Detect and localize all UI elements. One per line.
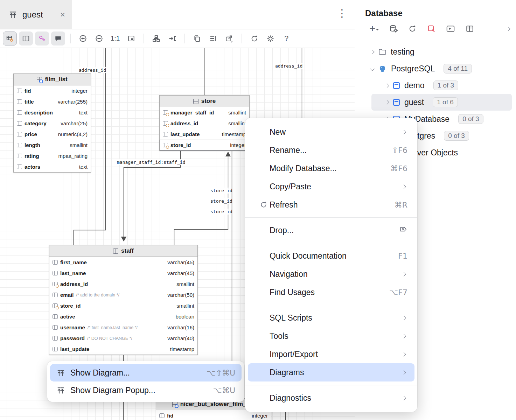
- data-source-properties-icon: [389, 24, 398, 33]
- database-panel-toolbar: +: [355, 22, 516, 36]
- menu-separator: [245, 243, 417, 243]
- table-film-list[interactable]: film_list fidinteger titlevarchar(255) d…: [13, 74, 91, 173]
- settings-button[interactable]: [263, 31, 277, 46]
- refresh-button[interactable]: [408, 24, 417, 33]
- column-row[interactable]: last_updatetimestamp: [160, 129, 249, 140]
- table-store[interactable]: store manager_staff_idsmallint address_i…: [159, 95, 250, 151]
- submenu-chevron-icon: [402, 184, 406, 189]
- column-icon: [53, 314, 58, 319]
- menu-item-label: New: [270, 127, 286, 137]
- refresh-diagram-button[interactable]: [247, 31, 261, 46]
- menu-item-diagrams[interactable]: Diagrams: [248, 363, 414, 382]
- menu-item-shortcut: F1: [398, 252, 407, 260]
- scroll-to-selection-button[interactable]: [165, 31, 179, 46]
- show-comments-toggle[interactable]: [51, 31, 65, 46]
- menu-item-rename[interactable]: Rename...⇧F6: [245, 141, 417, 159]
- menu-item-drop[interactable]: Drop...: [245, 221, 417, 239]
- table-title: staff: [121, 247, 134, 254]
- help-button[interactable]: ?: [279, 31, 293, 46]
- column-icon: [159, 413, 165, 418]
- menu-item-label: Drop...: [270, 226, 294, 235]
- query-console-button[interactable]: [446, 24, 455, 33]
- fit-content-icon: [127, 35, 135, 42]
- menu-item-refresh[interactable]: Refresh⌘R: [245, 196, 417, 214]
- column-row[interactable]: manager_staff_idsmallint: [160, 107, 249, 118]
- columns-view-toggle[interactable]: [19, 31, 33, 46]
- submenu-chevron-icon: [402, 352, 406, 357]
- expand-toolbar-icon[interactable]: [506, 27, 510, 31]
- chevron-down-icon[interactable]: [370, 66, 375, 71]
- chevron-right-icon[interactable]: [385, 100, 389, 105]
- column-row[interactable]: address_idsmallint: [49, 279, 197, 289]
- zoom-out-button[interactable]: [92, 31, 106, 46]
- export-diagram-button[interactable]: [222, 31, 236, 46]
- menu-item-copy-paste[interactable]: Copy/Paste: [245, 177, 417, 196]
- column-row[interactable]: fidinteger: [14, 85, 91, 96]
- new-item-button[interactable]: +: [369, 24, 379, 33]
- tree-item-label: PostgreSQL: [391, 64, 435, 74]
- menu-item-show-diagram-popup[interactable]: Show Diagram Popup... ⌥⌘U: [50, 382, 242, 399]
- column-icon: [53, 325, 58, 330]
- menu-item-quick-documentation[interactable]: Quick DocumentationF1: [245, 247, 417, 265]
- toolbar-separator: [184, 34, 185, 43]
- menu-item-find-usages[interactable]: Find Usages⌥F7: [245, 283, 417, 301]
- show-keys-toggle[interactable]: [35, 31, 49, 46]
- table-details-toggle[interactable]: [3, 31, 17, 46]
- chevron-right-icon[interactable]: [370, 50, 375, 54]
- column-row[interactable]: last_updatetimestamp: [49, 344, 197, 355]
- table-key-icon: [6, 35, 14, 42]
- copy-diagram-button[interactable]: [190, 31, 204, 46]
- column-row[interactable]: lengthsmallint: [14, 140, 91, 150]
- data-source-properties-button[interactable]: [389, 24, 398, 33]
- column-row[interactable]: store_idsmallint: [49, 300, 197, 311]
- menu-item-sql-scripts[interactable]: SQL Scripts: [245, 309, 417, 327]
- close-tab-icon[interactable]: ×: [60, 10, 65, 20]
- folder-icon: [378, 48, 386, 56]
- tab-guest[interactable]: guest ×: [0, 0, 72, 29]
- zoom-out-icon: [95, 34, 103, 43]
- column-row[interactable]: pricenumeric(4,2): [14, 129, 91, 140]
- column-row[interactable]: activeboolean: [49, 311, 197, 322]
- column-row-selected[interactable]: store_idinteger: [160, 140, 249, 150]
- disconnect-button[interactable]: [427, 24, 435, 33]
- tree-item-testing[interactable]: testing: [355, 43, 516, 60]
- tree-item-postgresql[interactable]: PostgreSQL 4 of 11: [355, 60, 516, 77]
- submenu-chevron-icon: [402, 130, 406, 134]
- menu-item-new[interactable]: New: [245, 123, 417, 141]
- zoom-in-button[interactable]: [76, 31, 90, 46]
- column-row[interactable]: categoryvarchar(25): [14, 118, 91, 129]
- column-row[interactable]: username/* first_name.last_name */varcha…: [49, 322, 197, 333]
- menu-item-navigation[interactable]: Navigation: [245, 265, 417, 283]
- tree-item-guest[interactable]: guest 1 of 6: [371, 94, 512, 111]
- column-row[interactable]: last_namevarchar(45): [49, 268, 197, 279]
- menu-item-show-diagram[interactable]: Show Diagram... ⌥⇧⌘U: [50, 364, 242, 382]
- chevron-right-icon[interactable]: [385, 83, 389, 88]
- data-editor-button[interactable]: [466, 24, 474, 33]
- column-comment: /* first_name.last_name */: [88, 325, 138, 330]
- column-row[interactable]: titlevarchar(255): [14, 96, 91, 107]
- menu-item-modify-database[interactable]: Modify Database...⌘F6: [245, 159, 417, 177]
- zoom-reset-button[interactable]: 1:1: [108, 31, 122, 46]
- view-icon: [37, 77, 42, 82]
- table-header[interactable]: store: [160, 96, 249, 107]
- notes-button[interactable]: [206, 31, 220, 46]
- menu-item-diagnostics[interactable]: Diagnostics: [245, 389, 417, 407]
- menu-item-tools[interactable]: Tools: [245, 327, 417, 345]
- tree-item-demo[interactable]: demo 1 of 3: [355, 77, 516, 94]
- column-row[interactable]: descriptiontext: [14, 107, 91, 118]
- context-menu: New Rename...⇧F6 Modify Database...⌘F6 C…: [245, 118, 417, 412]
- more-options-icon[interactable]: ⋮: [337, 7, 347, 19]
- column-row[interactable]: address_idsmallint: [160, 118, 249, 129]
- apply-layout-button[interactable]: [149, 31, 163, 46]
- column-row[interactable]: first_namevarchar(45): [49, 257, 197, 268]
- fit-content-button[interactable]: [124, 31, 138, 46]
- copy-icon: [193, 35, 201, 42]
- column-row[interactable]: email/* add to the domain */varchar(50): [49, 289, 197, 300]
- column-row[interactable]: ratingmpaa_rating: [14, 150, 91, 161]
- menu-item-import-export[interactable]: Import/Export: [245, 345, 417, 363]
- table-staff[interactable]: staff first_namevarchar(45) last_namevar…: [49, 245, 198, 355]
- table-header[interactable]: film_list: [14, 74, 91, 85]
- column-row[interactable]: password/* DO NOT CHANGE */varchar(40): [49, 333, 197, 344]
- column-row[interactable]: actorstext: [14, 161, 91, 172]
- table-header[interactable]: staff: [49, 245, 197, 257]
